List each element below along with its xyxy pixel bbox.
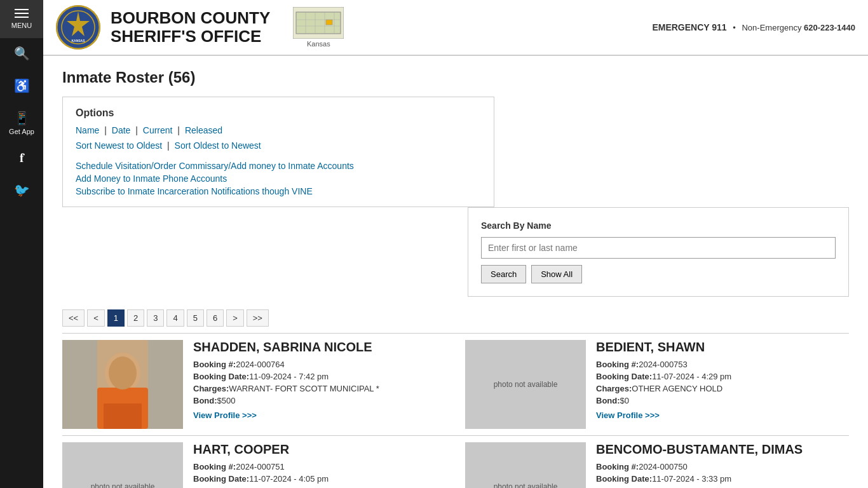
inmate-info: BEDIENT, SHAWNBooking #:2024-000753Booki… [596, 340, 731, 429]
inmate-bond: Bond:$500 [193, 396, 379, 405]
inmate-card: photo not availableBENCOMO-BUSTAMANTE, D… [465, 442, 849, 488]
inmate-booking-num: Booking #:2024-000764 [193, 360, 379, 369]
kansas-map-svg [293, 7, 344, 39]
filter-links: Name | Date | Current | Released [76, 125, 481, 135]
emergency-info: EMERGENCY 911 • Non-Emergency 620-223-14… [652, 22, 855, 32]
inmate-name: SHADDEN, SABRINA NICOLE [193, 340, 379, 355]
twitter-icon: 🐦 [14, 182, 30, 198]
page-btn-1[interactable]: 1 [107, 309, 125, 327]
inmate-photo [62, 340, 183, 429]
view-profile-link[interactable]: View Profile >>> [596, 410, 731, 420]
inmate-list: SHADDEN, SABRINA NICOLEBooking #:2024-00… [62, 333, 849, 488]
sidebar-menu-button[interactable]: MENU [0, 0, 43, 38]
view-profile-link[interactable]: View Profile >>> [193, 410, 379, 420]
inmate-info: BENCOMO-BUSTAMANTE, DIMASBooking #:2024-… [596, 442, 803, 488]
page-title: Inmate Roster (56) [62, 69, 849, 86]
inmate-name: BEDIENT, SHAWN [596, 340, 731, 355]
inmate-charges: Charges:WARRANT- FORT SCOTT MUNICIPAL * [193, 384, 379, 393]
sort-links: Sort Newest to Oldest | Sort Oldest to N… [76, 140, 481, 151]
emergency-label: EMERGENCY 911 [652, 22, 726, 32]
svg-text:KANSAS: KANSAS [71, 39, 85, 43]
agency-name-line1: BOURBON COUNTY [111, 8, 270, 27]
sidebar-twitter[interactable]: 🐦 [0, 175, 43, 207]
svg-rect-17 [104, 403, 142, 429]
inmate-photo: photo not available [465, 340, 586, 429]
search-input[interactable] [481, 237, 836, 259]
agency-title: BOURBON COUNTY SHERIFF'S OFFICE [111, 9, 270, 45]
map-state-label: Kansas [307, 40, 330, 48]
inmate-name: BENCOMO-BUSTAMANTE, DIMAS [596, 442, 803, 457]
sidebar-get-app[interactable]: 📱 Get App [0, 103, 43, 143]
photo-placeholder: photo not available [91, 482, 155, 488]
facebook-icon: 𝐟 [20, 151, 24, 165]
search-box: Search By Name Search Show All [468, 207, 849, 297]
inmate-row: photo not availableHART, COOPERBooking #… [62, 435, 849, 488]
options-box: Options Name | Date | Current | Released… [62, 97, 494, 207]
page-btn-4[interactable]: 4 [166, 309, 184, 327]
search-icon: 🔍 [14, 46, 30, 61]
inmate-booking-num: Booking #:2024-000750 [596, 462, 803, 471]
inmate-card: photo not availableBEDIENT, SHAWNBooking… [465, 340, 849, 429]
agency-name-line2: SHERIFF'S OFFICE [111, 27, 261, 46]
menu-label: MENU [11, 22, 32, 29]
inmate-bond: Bond:$0 [596, 396, 731, 405]
page-btn-next>[interactable]: >> [247, 309, 269, 327]
inmate-booking-date: Booking Date:11-09-2024 - 7:42 pm [193, 372, 379, 381]
page-btn-5[interactable]: 5 [187, 309, 204, 327]
filter-released-link[interactable]: Released [185, 125, 222, 135]
sidebar-facebook[interactable]: 𝐟 [0, 143, 43, 175]
search-buttons: Search Show All [481, 265, 836, 283]
sort-oldest-link[interactable]: Sort Oldest to Newest [175, 140, 261, 151]
page-btn-prev<[interactable]: << [62, 309, 85, 327]
svg-rect-6 [326, 20, 332, 25]
page-btn-2[interactable]: 2 [127, 309, 144, 327]
get-app-label: Get App [9, 128, 34, 135]
non-emergency-label: Non-Emergency [742, 23, 801, 32]
filter-name-link[interactable]: Name [76, 125, 99, 135]
inmate-info: SHADDEN, SABRINA NICOLEBooking #:2024-00… [193, 340, 379, 429]
sidebar: MENU 🔍 ♿ 📱 Get App 𝐟 🐦 [0, 0, 43, 488]
photo-placeholder: photo not available [494, 380, 558, 389]
header: KANSAS BOURBON COUNTY SHERIFF'S OFFICE [43, 0, 868, 56]
svg-rect-5 [296, 12, 341, 34]
search-button[interactable]: Search [481, 265, 526, 283]
vine-link[interactable]: Subscribe to Inmate Incarceration Notifi… [76, 186, 481, 196]
inmate-booking-num: Booking #:2024-000751 [193, 462, 329, 471]
sort-newest-link[interactable]: Sort Newest to Oldest [76, 140, 162, 151]
inmate-charges: Charges:OTHER AGENCY HOLD [596, 384, 731, 393]
app-icon: 📱 [14, 111, 30, 126]
options-search-row: Options Name | Date | Current | Released… [62, 97, 849, 297]
page-btn-prev[interactable]: < [87, 309, 105, 327]
accessibility-icon: ♿ [14, 78, 30, 93]
photo-placeholder: photo not available [494, 482, 558, 488]
sidebar-accessibility[interactable]: ♿ [0, 71, 43, 103]
inmate-photo: photo not available [62, 442, 183, 488]
inmate-photo: photo not available [465, 442, 586, 488]
page-btn-3[interactable]: 3 [147, 309, 164, 327]
options-heading: Options [76, 107, 481, 119]
sidebar-search[interactable]: 🔍 [0, 38, 43, 71]
agency-logo: KANSAS [56, 5, 100, 50]
svg-point-18 [109, 356, 137, 390]
inmate-info: HART, COOPERBooking #:2024-000751Booking… [193, 442, 329, 488]
search-heading: Search By Name [481, 220, 836, 231]
visitation-link[interactable]: Schedule Visitation/Order Commissary/Add… [76, 161, 481, 171]
page-btn-6[interactable]: 6 [207, 309, 224, 327]
pagination: <<<123456>>> [62, 309, 849, 327]
inmate-card: photo not availableHART, COOPERBooking #… [62, 442, 446, 488]
filter-date-link[interactable]: Date [112, 125, 131, 135]
page-btn-next[interactable]: > [226, 309, 244, 327]
inmate-row: SHADDEN, SABRINA NICOLEBooking #:2024-00… [62, 333, 849, 435]
emergency-separator: • [733, 23, 736, 32]
kansas-map: Kansas [293, 7, 344, 48]
header-left: KANSAS BOURBON COUNTY SHERIFF'S OFFICE [56, 5, 344, 50]
inmate-booking-num: Booking #:2024-000753 [596, 360, 731, 369]
non-emergency-number: 620-223-1440 [804, 23, 855, 32]
inmate-booking-date: Booking Date:11-07-2024 - 4:29 pm [596, 372, 731, 381]
phone-link[interactable]: Add Money to Inmate Phone Accounts [76, 173, 481, 184]
filter-current-link[interactable]: Current [143, 125, 173, 135]
inmate-card: SHADDEN, SABRINA NICOLEBooking #:2024-00… [62, 340, 446, 429]
misc-links: Schedule Visitation/Order Commissary/Add… [76, 161, 481, 196]
inmate-booking-date: Booking Date:11-07-2024 - 3:33 pm [596, 474, 803, 484]
show-all-button[interactable]: Show All [531, 265, 582, 283]
